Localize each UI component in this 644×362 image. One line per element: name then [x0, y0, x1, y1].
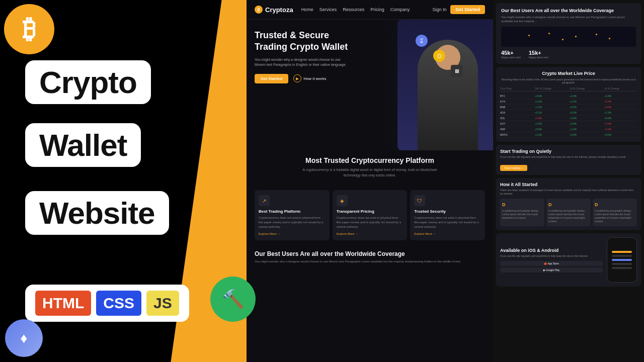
nav-get-started-button[interactable]: Get Started: [450, 5, 485, 14]
step-num-1: D: [502, 202, 542, 208]
nav-home[interactable]: Home: [301, 7, 313, 12]
how-card-1: D In publishing and graphic design, Lore…: [500, 199, 544, 227]
pricing-icon: ◈: [337, 195, 348, 206]
world-map: [501, 27, 636, 47]
how-card-2: D In publishing and graphic design, Lore…: [546, 199, 591, 227]
platform-title: Most Trusted Cryptocurrency Platform: [255, 156, 485, 164]
how-cards: D In publishing and graphic design, Lore…: [500, 199, 637, 227]
nav-company[interactable]: Company: [390, 7, 410, 12]
ethereum-float-icon: Ξ: [416, 35, 428, 47]
trading-link[interactable]: Explore More →: [259, 232, 326, 235]
step-num-3: D: [595, 202, 635, 208]
tool-icon: 🔨: [210, 277, 256, 322]
worldwide-stats: 45k+ Happy users next 15k+ Happy down ne…: [501, 50, 636, 59]
ios-desc: If you use this site regularly and would…: [500, 254, 603, 258]
stat-investors-num: 15k+: [529, 50, 548, 56]
person-silhouette: [418, 40, 478, 150]
how-panel: How it All Started There are many variat…: [496, 178, 641, 231]
feature-card-pricing: ◈ Transparent Pricing Cryptocurrency doe…: [333, 190, 408, 240]
map-dot-5: [609, 38, 610, 39]
price-table-panel: Crypto Market Live Price Marching helps …: [496, 67, 641, 142]
pricing-desc: Cryptocurrency does not exist in physica…: [337, 216, 404, 229]
stat-users-num: 45k+: [501, 50, 521, 56]
ios-text: Available on iOS & Android If you use th…: [500, 248, 603, 273]
coverage-section: Our Best Users Are all over the Worldwid…: [247, 245, 493, 269]
hero-get-started-button[interactable]: Get Started: [255, 74, 288, 83]
ios-title: Available on iOS & Android: [500, 248, 603, 253]
trading-panel: Start Trading on Quietly If you use this…: [496, 145, 641, 175]
step-num-2: D: [548, 202, 589, 208]
app-store-button[interactable]: 🍎 App Store: [500, 261, 603, 266]
table-row: ADA +0.1% +3.3% +1.2%: [500, 110, 637, 116]
hero-description: You might wonder why a designer would ch…: [255, 57, 348, 68]
website-preview: ₿ Cryptoza Home Services Resources Prici…: [247, 0, 493, 362]
grid-float-icon: ⊞: [451, 65, 463, 77]
stat-users-label: Happy users next: [501, 56, 521, 59]
security-desc: Cryptocurrency does not exist in physica…: [414, 216, 481, 229]
left-panel: ₿ Crypto Wallet Website HTML CSS JS ♦: [0, 0, 247, 362]
table-row: XRP +0.8% +1.9% +7.0%: [500, 127, 637, 132]
trading-icon: ↗: [259, 195, 270, 206]
coverage-description: You might wonder why a designer would ch…: [255, 259, 485, 264]
phone-screen-line-accent: [612, 251, 632, 253]
hero-section: Trusted & Secure Trading Crypto Wallet Y…: [247, 20, 493, 150]
price-table-title: Crypto Market Live Price: [500, 71, 637, 76]
hero-title: Trusted & Secure Trading Crypto Wallet: [255, 30, 350, 53]
price-table-header: Coin Price 24h % Change 7d % Change 1d %…: [500, 87, 637, 92]
stat-investors-label: Happy down next: [529, 56, 548, 59]
feature-card-trading: ↗ Best Trading Platform Cryptocurrency d…: [255, 190, 330, 240]
phone-mockup: [607, 237, 637, 283]
table-row: BTC +3.6% +2.9% +1.0%: [500, 94, 637, 99]
table-row: SOL +2.3% +3.5% +6.0%: [500, 116, 637, 121]
table-row: DOT +1.5% +2.8% +7.0%: [500, 121, 637, 127]
how-desc: There are many variations of passages of…: [500, 189, 637, 196]
hero-person-image: [397, 20, 493, 150]
nav-resources[interactable]: Resources: [343, 7, 364, 12]
nav-signin[interactable]: Sign In: [432, 7, 446, 12]
pricing-title: Transparent Pricing: [337, 209, 404, 214]
play-circle-icon: ▶: [293, 74, 301, 82]
feature-cards-section: ↗ Best Trading Platform Cryptocurrency d…: [247, 190, 493, 245]
worldwide-panel: Our Best Users Are all over the Worldwid…: [496, 3, 641, 64]
stat-investors: 15k+ Happy down next: [529, 50, 548, 59]
phone-screen-line-1: [612, 255, 632, 257]
logo-dot: ₿: [255, 6, 263, 14]
map-dot-6: [562, 39, 564, 40]
start-trading-button[interactable]: Start trading +: [500, 165, 527, 171]
map-dot-1: [528, 35, 530, 36]
phone-screen-line-3: [612, 267, 632, 269]
js-badge: JS: [146, 291, 179, 316]
map-dot-4: [596, 34, 597, 35]
platform-description: A cryptocurrency is a tradable digital a…: [294, 167, 445, 178]
price-table-subtitle: Marching helps to be visible of the. All…: [500, 78, 637, 84]
pricing-link[interactable]: Explore More →: [337, 232, 404, 235]
table-row: MATIC +1.2% +2.6% +4.0%: [500, 132, 637, 138]
stat-users: 45k+ Happy users next: [501, 50, 521, 59]
nav-pricing[interactable]: Pricing: [370, 7, 384, 12]
html-badge: HTML: [35, 291, 91, 316]
platform-section: Most Trusted Cryptocurrency Platform A c…: [247, 150, 493, 190]
phone-screen-line-blue: [612, 259, 632, 261]
trading-panel-title: Start Trading on Quietly: [500, 149, 637, 154]
google-play-button[interactable]: ▶ Google Play: [500, 267, 603, 273]
map-dot-2: [548, 33, 550, 34]
css-badge: CSS: [96, 291, 141, 316]
wallet-label: Wallet: [25, 123, 141, 167]
tech-stack-badges: HTML CSS JS: [25, 285, 189, 322]
crypto-label: Crypto: [25, 60, 151, 104]
feature-card-security: 🛡 Trusted Security Cryptocurrency does n…: [410, 190, 485, 240]
hero-how-it-works[interactable]: ▶ How it works: [293, 74, 326, 82]
navbar: ₿ Cryptoza Home Services Resources Prici…: [247, 0, 493, 20]
security-icon: 🛡: [414, 195, 425, 206]
nav-links: Home Services Resources Pricing Company: [301, 7, 433, 12]
map-dot-3: [575, 36, 577, 37]
nav-logo: ₿ Cryptoza: [255, 6, 293, 14]
ethereum-icon: ♦: [5, 319, 43, 357]
security-link[interactable]: Explore More →: [414, 232, 481, 235]
worldwide-desc: You might wonder why a designer would ch…: [501, 15, 636, 24]
nav-services[interactable]: Services: [319, 7, 337, 12]
security-title: Trusted Security: [414, 209, 481, 214]
trading-title: Best Trading Platform: [259, 209, 326, 214]
right-panels: Our Best Users Are all over the Worldwid…: [493, 0, 644, 362]
how-card-3: D In publishing and graphic design, Lore…: [593, 199, 637, 227]
